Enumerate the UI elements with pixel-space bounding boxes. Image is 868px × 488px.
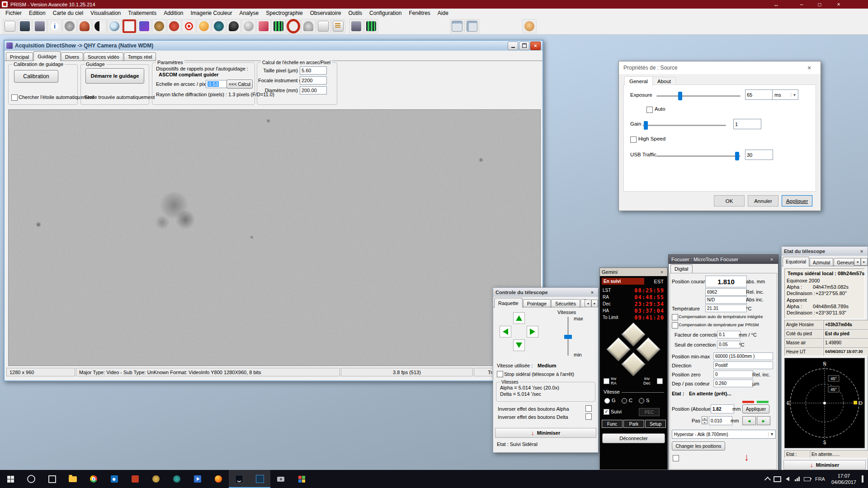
tab-principal[interactable]: Principal	[6, 52, 33, 61]
moon-phase-icon[interactable]	[92, 19, 107, 33]
gemini-close-button[interactable]: ×	[658, 269, 665, 275]
inv-dec-checkbox[interactable]	[657, 378, 663, 384]
facteur-input[interactable]: 0.1	[717, 331, 741, 338]
planet-gray-icon[interactable]	[241, 19, 256, 33]
exposure-slider[interactable]	[656, 95, 741, 97]
suivi-checkbox[interactable]	[604, 409, 609, 415]
calibration-button[interactable]: Calibration	[14, 70, 58, 83]
star-cluster-icon[interactable]	[152, 19, 166, 33]
app-teal-button[interactable]	[166, 470, 187, 488]
pad-east-button[interactable]	[636, 337, 660, 361]
deconnecter-button[interactable]: Déconnecter	[602, 433, 665, 443]
step-in-button[interactable]: ◄	[742, 416, 756, 425]
task-view-button[interactable]	[42, 470, 62, 488]
tray-battery-button[interactable]	[802, 470, 812, 488]
ring-red-icon[interactable]	[286, 19, 301, 33]
camera-icon[interactable]	[33, 19, 47, 33]
menu-spectrographie[interactable]: Spectrographie	[262, 9, 306, 18]
controle-titlebar[interactable]: Controle du télescope ×	[493, 288, 598, 297]
tab-guidage[interactable]: Guidage	[33, 51, 61, 61]
menu-configuration[interactable]: Configuration	[366, 9, 405, 18]
tab-digital[interactable]: Digital	[670, 264, 693, 273]
gain-slider[interactable]	[643, 125, 726, 126]
usb-traffic-value-input[interactable]: 30	[745, 150, 773, 160]
menu-analyse[interactable]: Analyse	[236, 9, 263, 18]
auto-checkbox[interactable]	[646, 107, 653, 113]
slew-north-button[interactable]	[513, 312, 525, 324]
start-button[interactable]	[0, 470, 21, 488]
wrench-icon[interactable]	[256, 19, 271, 33]
tab-equatorial[interactable]: Equatorial	[783, 257, 809, 267]
acquisition-titlebar[interactable]: Acquisition DirectShow -> QHY Camera (Na…	[5, 41, 542, 51]
media-player-button[interactable]	[187, 470, 208, 488]
exposure-slider-thumb[interactable]	[678, 92, 682, 100]
focuser-titlebar[interactable]: Focuser : MicroTouch Focuser ×	[669, 255, 778, 264]
language-indicator[interactable]: FRA	[812, 470, 828, 488]
stop-sideral-checkbox[interactable]	[497, 371, 503, 377]
frame-tool-icon[interactable]	[122, 19, 137, 33]
exposure-value-input[interactable]: 65	[745, 89, 773, 100]
demarre-guidage-button[interactable]: Démarre le guidage	[85, 68, 144, 84]
menu-visualisation[interactable]: Visualisation	[87, 9, 124, 18]
taille-pixel-input[interactable]: 5.60	[300, 66, 327, 75]
app-red-button[interactable]	[125, 470, 146, 488]
menu-fichier[interactable]: Fichier	[2, 9, 25, 18]
outlook-button[interactable]	[104, 470, 125, 488]
slew-south-button[interactable]	[513, 339, 525, 351]
etat-close-button[interactable]: ×	[858, 249, 865, 254]
gears-icon[interactable]	[62, 19, 77, 33]
menu-aide[interactable]: Aide	[434, 9, 452, 18]
tray-expand-button[interactable]	[763, 470, 773, 488]
prism-app-button[interactable]	[229, 470, 250, 488]
speed-slider[interactable]	[567, 317, 569, 356]
gear-red-icon[interactable]	[167, 19, 181, 33]
menu-addition[interactable]: Addition	[160, 9, 187, 18]
speed-slew-radio[interactable]	[639, 398, 644, 404]
spin-down-icon[interactable]: ▼	[702, 420, 708, 424]
chrome-button[interactable]	[83, 470, 104, 488]
save-icon[interactable]	[18, 19, 32, 33]
acq-restore-button[interactable]	[519, 42, 529, 50]
acq-minimize-button[interactable]	[508, 42, 518, 50]
camera-acquisition-icon[interactable]	[349, 19, 363, 33]
minimiser-button[interactable]: ↓ Minimiser	[495, 428, 596, 438]
notes-icon[interactable]	[331, 19, 345, 33]
planet-orange-icon[interactable]	[197, 19, 211, 33]
spin-up-icon[interactable]: ▲	[702, 416, 708, 420]
tab-scroll-left-button[interactable]: ◄	[585, 300, 591, 307]
app-blue-button[interactable]	[250, 470, 270, 488]
gain-value-input[interactable]: 1	[733, 119, 761, 129]
focuser-bottom-checkbox[interactable]	[673, 455, 679, 461]
dome-gray-icon[interactable]	[301, 19, 316, 33]
calcul-button[interactable]: <<< Calcul	[226, 80, 253, 89]
tray-network-button[interactable]	[793, 470, 802, 488]
speed-guide-radio[interactable]	[604, 398, 610, 404]
preset-dropdown[interactable]: Hyperstar - Atik (8.700mm) ▼	[672, 430, 776, 439]
pas-input[interactable]: 0.010	[709, 416, 732, 425]
app-color-button[interactable]	[291, 470, 312, 488]
slew-west-button[interactable]	[500, 326, 511, 338]
taskbar-clock[interactable]: 17:07 04/06/2017	[828, 473, 860, 485]
pad-south-button[interactable]	[621, 352, 646, 376]
step-out-button[interactable]: ►	[757, 416, 770, 425]
tab-sources-video[interactable]: Sources vidéo	[84, 52, 123, 61]
taskbar-search-button[interactable]	[21, 470, 42, 488]
menu-traitements[interactable]: Traitements	[124, 9, 160, 18]
histogram-icon[interactable]	[271, 19, 286, 33]
tab-divers[interactable]: Divers	[61, 52, 83, 61]
appliquer-button[interactable]: Appliquer	[782, 195, 812, 206]
new-document-icon[interactable]	[3, 19, 17, 33]
menu-fenetres[interactable]: Fenêtres	[405, 9, 434, 18]
maximize-button[interactable]: □	[812, 0, 827, 9]
menu-imagerie-couleur[interactable]: Imagerie Couleur	[187, 9, 236, 18]
proprietes-close-button[interactable]: ×	[802, 64, 816, 71]
etat-titlebar[interactable]: Etat du télescope ×	[782, 247, 868, 256]
func-button[interactable]: Func	[602, 420, 623, 428]
inverser-alpha-checkbox[interactable]	[585, 405, 592, 412]
drop-icon[interactable]	[226, 19, 241, 33]
main-titlebar[interactable]: PRISM - Version Avancée 10.1.25.214 ↔ – …	[0, 0, 868, 9]
window-tile-icon[interactable]	[450, 19, 464, 33]
chart-icon[interactable]	[364, 19, 378, 33]
etat-minimiser-button[interactable]: ↓ Minimiser	[783, 460, 866, 470]
slew-east-button[interactable]	[527, 326, 538, 338]
